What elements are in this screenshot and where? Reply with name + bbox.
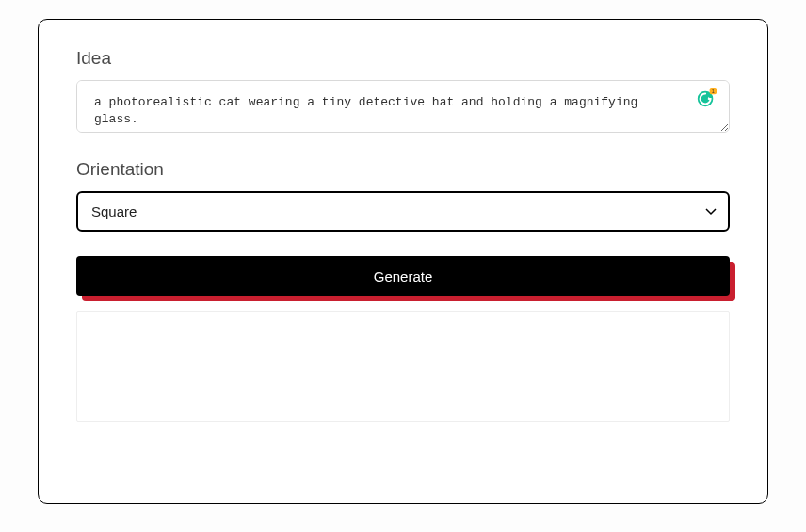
form-card: Idea 1 Orientation Square Generate (38, 19, 768, 504)
orientation-select[interactable]: Square (76, 191, 730, 232)
orientation-label: Orientation (76, 159, 730, 180)
generate-button-wrap: Generate (76, 256, 730, 301)
idea-textarea-wrap: 1 (76, 80, 730, 137)
output-area (76, 311, 730, 422)
idea-label: Idea (76, 48, 730, 69)
generate-button[interactable]: Generate (76, 256, 730, 296)
idea-input[interactable] (76, 80, 730, 133)
